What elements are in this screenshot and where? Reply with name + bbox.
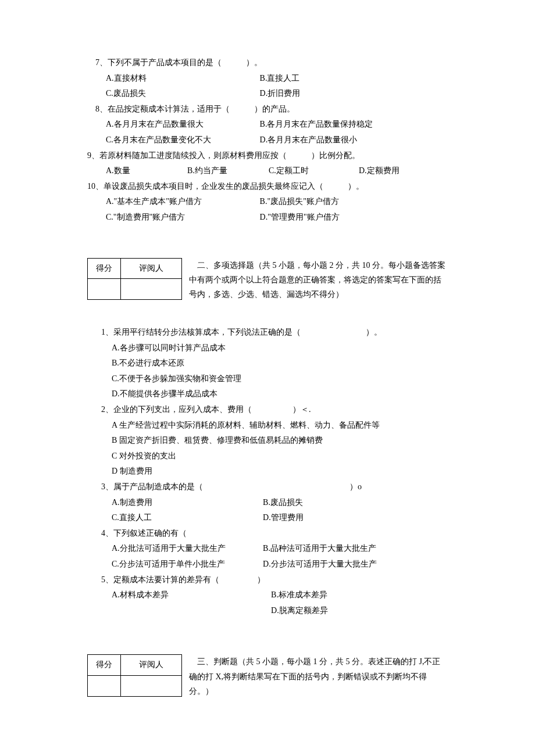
s2q1: 1、采用平行结转分步法核算成本，下列说法正确的是（ ）。 A.各步骤可以同时计算… — [101, 325, 448, 402]
s2q5-stem: 5、定额成本法要计算的差异有（ — [101, 572, 257, 588]
q10-opt-c: C."制造费用"账户借方 — [106, 210, 260, 225]
q9-opt-b: B.约当产量 — [187, 163, 269, 179]
s2q4-opt-a: A.分批法可适用于大量大批生产 — [112, 541, 263, 557]
section-2-desc: 二、多项选择题（共 5 小题，每小题 2 分，共 10 分。每小题备选答案中有两… — [189, 258, 448, 302]
q10-stem: 10、单设废品损失成本项目时，企业发生的废品损失最终应记入（ ）。 — [87, 179, 448, 195]
s2q2-options: A 生产经营过程中实际消耗的原材料、辅助材料、燃料、动力、备品配件等 B 固定资… — [101, 418, 448, 479]
reviewer-cell-label-3: 评阅人 — [121, 655, 182, 676]
score-cell-blank — [88, 279, 121, 300]
section-2-header: 得分 评阅人 二、多项选择题（共 5 小题，每小题 2 分，共 10 分。每小题… — [87, 258, 448, 302]
q8-options: A.各月月末在产品数量很大 B.各月月末在产品数量保持稳定 C.各月末在产品数量… — [87, 117, 448, 148]
q8-opt-a: A.各月月末在产品数量很大 — [106, 117, 260, 132]
s2q4-options: A.分批法可适用于大量大批生产 B.品种法可适用于大量大批生产 C.分步法可适用… — [101, 541, 448, 572]
score-cell-blank-3 — [88, 675, 121, 696]
s2q5-closer: ） — [257, 572, 448, 588]
s2q3-opt-d: D.管理费用 — [263, 510, 448, 526]
s2q5-options: A.材料成本差异 B.标准成本差异 D.脱离定额差异 — [101, 587, 448, 618]
s2q4-opt-d: D.分步法可适用于大量大批生产 — [263, 557, 448, 572]
s2q1-opt-b: B.不必进行成本还原 — [112, 356, 448, 371]
s2q2-opt-d: D 制造费用 — [112, 464, 448, 479]
section-3-header: 得分 评阅人 三、判断题（共 5 小题，每小题 1 分，共 5 分。表述正确的打… — [87, 654, 448, 698]
s2q4: 4、下列叙述正确的有（ A.分批法可适用于大量大批生产 B.品种法可适用于大量大… — [101, 526, 448, 572]
s2q2-opt-a: A 生产经营过程中实际消耗的原材料、辅助材料、燃料、动力、备品配件等 — [112, 418, 448, 433]
s2q1-opt-d: D.不能提供各步骤半成品成本 — [112, 386, 448, 402]
q10-opt-b: B."废品损失"账户借方 — [260, 194, 448, 210]
s2q2-opt-b: B 固定资产折旧费、租赁费、修理费和低值易耗品的摊销费 — [112, 433, 448, 449]
q7-stem: 7、下列不属于产品成本项目的是（ ）。 — [87, 55, 448, 71]
score-cell-label: 得分 — [88, 258, 121, 279]
reviewer-cell-blank-3 — [121, 675, 182, 696]
s2q5-opt-a: A.材料成本差异 — [112, 587, 263, 603]
s2q4-stem: 4、下列叙述正确的有（ — [101, 526, 448, 542]
reviewer-cell-label: 评阅人 — [121, 258, 182, 279]
s2q2-stem: 2、企业的下列支出，应列入成本、费用（ ）＜. — [101, 402, 448, 418]
q9-opt-d: D.定额费用 — [359, 163, 448, 179]
q8-opt-b: B.各月月末在产品数量保持稳定 — [260, 117, 448, 132]
s2q3-options: A.制造费用 B.废品损失 C.直接人工 D.管理费用 — [101, 495, 448, 526]
q10-options: A."基本生产成本"账户借方 B."废品损失"账户借方 C."制造费用"账户借方… — [87, 194, 448, 225]
s2q3-opt-c: C.直接人工 — [112, 510, 263, 526]
q8-opt-c: C.各月末在产品数量变化不大 — [106, 132, 260, 148]
q9-options: A.数量 B.约当产量 C.定额工时 D.定额费用 — [87, 163, 448, 179]
s2q1-stem: 1、采用平行结转分步法核算成本，下列说法正确的是（ ）。 — [101, 325, 448, 341]
q10-opt-d: D."管理费用"账户借方 — [260, 210, 448, 225]
q7: 7、下列不属于产品成本项目的是（ ）。 A.直接材料 B.直接人工 C.废品损失… — [87, 55, 448, 102]
q9-opt-c: C.定额工时 — [269, 163, 359, 179]
s2q3-opt-a: A.制造费用 — [112, 495, 263, 511]
s2q5-stem-row: 5、定额成本法要计算的差异有（ ） — [101, 572, 448, 588]
q7-opt-c: C.废品损失 — [106, 86, 260, 102]
s2q5-opt-b: B.标准成本差异 — [263, 587, 448, 603]
q9-opt-a: A.数量 — [106, 163, 187, 179]
s2q5-opt-blank — [112, 603, 263, 619]
s2q3-opt-b: B.废品损失 — [263, 495, 448, 511]
s2q5: 5、定额成本法要计算的差异有（ ） A.材料成本差异 B.标准成本差异 D.脱离… — [101, 572, 448, 619]
q10: 10、单设废品损失成本项目时，企业发生的废品损失最终应记入（ ）。 A."基本生… — [87, 179, 448, 225]
s2q4-opt-c: C.分步法可适用于单件小批生产 — [112, 557, 263, 572]
s2q2-opt-c: C 对外投资的支出 — [112, 449, 448, 464]
s2q2: 2、企业的下列支出，应列入成本、费用（ ）＜. A 生产经营过程中实际消耗的原材… — [101, 402, 448, 479]
reviewer-cell-blank — [121, 279, 182, 300]
q9: 9、若原材料随加工进度陆续投入，则原材料费用应按（ ）比例分配。 A.数量 B.… — [87, 148, 448, 179]
score-table-3: 得分 评阅人 — [87, 654, 182, 696]
q7-options: A.直接材料 B.直接人工 C.废品损失 D.折旧费用 — [87, 71, 448, 102]
s2q1-opt-a: A.各步骤可以同时计算产品成本 — [112, 341, 448, 356]
s2q4-opt-b: B.品种法可适用于大量大批生产 — [263, 541, 448, 557]
q10-opt-a: A."基本生产成本"账户借方 — [106, 194, 260, 210]
s2q3-stem: 3、属于产品制造成本的是（ ）o — [101, 479, 448, 495]
section-3-desc: 三、判断题（共 5 小题，每小题 1 分，共 5 分。表述正确的打 J,不正确的… — [189, 654, 448, 698]
q7-opt-b: B.直接人工 — [260, 71, 448, 87]
s2q5-opt-d: D.脱离定额差异 — [263, 603, 448, 619]
s2q1-options: A.各步骤可以同时计算产品成本 B.不必进行成本还原 C.不便于各步躲加强实物和… — [101, 341, 448, 402]
q7-opt-d: D.折旧费用 — [260, 86, 448, 102]
q9-stem: 9、若原材料随加工进度陆续投入，则原材料费用应按（ ）比例分配。 — [87, 148, 448, 164]
q7-opt-a: A.直接材料 — [106, 71, 260, 87]
score-table-2: 得分 评阅人 — [87, 258, 182, 300]
s2q1-opt-c: C.不便于各步躲加强实物和资金管理 — [112, 371, 448, 387]
q8: 8、在品按定额成本计算法，适用于（ ）的产品。 A.各月月末在产品数量很大 B.… — [87, 102, 448, 148]
q8-stem: 8、在品按定额成本计算法，适用于（ ）的产品。 — [87, 102, 448, 117]
q8-opt-d: D.各月月末在产品数量很小 — [260, 132, 448, 148]
score-cell-label-3: 得分 — [88, 655, 121, 676]
s2q3: 3、属于产品制造成本的是（ ）o A.制造费用 B.废品损失 C.直接人工 D.… — [101, 479, 448, 526]
